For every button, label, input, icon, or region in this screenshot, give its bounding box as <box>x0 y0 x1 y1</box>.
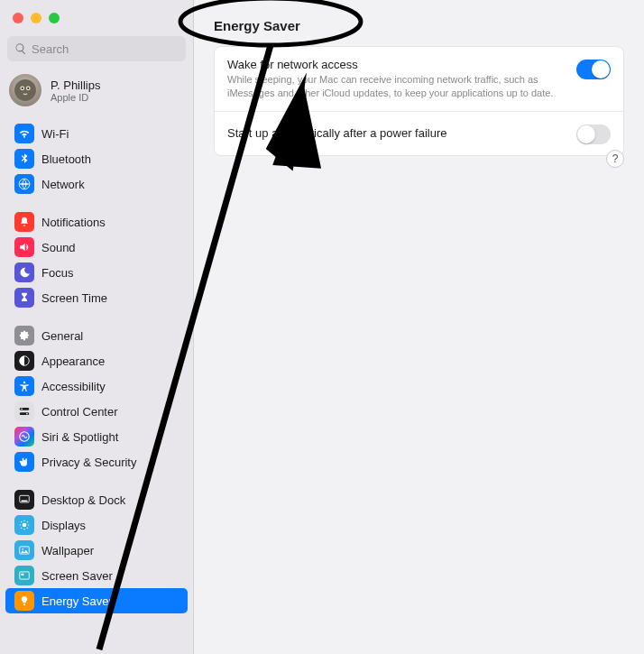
bulb-icon <box>14 591 34 611</box>
sidebar-item-screen-time[interactable]: Screen Time <box>5 285 188 310</box>
sidebar-item-label: Network <box>41 178 85 191</box>
bluetooth-icon <box>14 149 34 169</box>
sidebar-item-wallpaper[interactable]: Wallpaper <box>5 538 188 563</box>
page-title: Energy Saver <box>214 18 624 33</box>
svg-point-0 <box>14 79 36 101</box>
bell-icon <box>14 212 34 232</box>
sidebar-item-label: Notifications <box>41 216 106 229</box>
window-controls <box>0 0 193 31</box>
setting-title: Wake for network access <box>227 58 566 71</box>
sidebar-item-label: Energy Saver <box>41 594 113 608</box>
sidebar-item-displays[interactable]: Displays <box>5 512 188 538</box>
hourglass-icon <box>14 288 34 308</box>
setting-row: Start up automatically after a power fai… <box>215 112 623 155</box>
sidebar-item-screen-saver[interactable]: Screen Saver <box>5 563 188 588</box>
sidebar-nav: Wi-FiBluetoothNetworkNotificationsSoundF… <box>0 115 193 654</box>
fullscreen-window-button[interactable] <box>49 13 60 23</box>
sidebar-item-desktop-dock[interactable]: Desktop & Dock <box>5 487 188 512</box>
page-header: Energy Saver <box>194 0 644 46</box>
sidebar-item-label: Displays <box>41 519 86 532</box>
sidebar-item-notifications[interactable]: Notifications <box>5 209 188 235</box>
sidebar-item-label: Screen Time <box>41 291 107 305</box>
sidebar-item-label: Wallpaper <box>41 544 94 557</box>
sidebar-item-energy-saver[interactable]: Energy Saver <box>5 588 188 613</box>
toggle-switch[interactable] <box>576 124 611 144</box>
account-sub: Apple ID <box>51 92 100 103</box>
siri-icon <box>14 427 34 447</box>
sidebar-item-wi-fi[interactable]: Wi-Fi <box>5 121 188 146</box>
apple-id-account[interactable]: P. Phillips Apple ID <box>0 69 193 115</box>
sidebar-item-network[interactable]: Network <box>5 171 188 197</box>
avatar <box>9 74 41 106</box>
sound-icon <box>14 237 34 257</box>
sidebar-item-siri-spotlight[interactable]: Siri & Spotlight <box>5 424 188 449</box>
sidebar-item-label: Wi-Fi <box>41 127 69 141</box>
gear-icon <box>14 326 34 345</box>
main-content: Energy Saver Wake for network accessWhil… <box>194 0 644 654</box>
svg-point-3 <box>22 88 23 89</box>
sidebar-item-label: Accessibility <box>41 380 106 393</box>
sidebar-item-label: Control Center <box>41 405 118 419</box>
sidebar-item-sound[interactable]: Sound <box>5 235 188 260</box>
sidebar-item-appearance[interactable]: Appearance <box>5 348 188 373</box>
sidebar-item-label: General <box>41 329 83 343</box>
wifi-icon <box>14 124 34 143</box>
svg-point-4 <box>27 88 29 89</box>
sidebar-item-label: Siri & Spotlight <box>41 430 118 444</box>
sidebar-item-label: Focus <box>41 266 73 280</box>
setting-description: While sleeping, your Mac can receive inc… <box>227 73 566 100</box>
settings-panel: Wake for network accessWhile sleeping, y… <box>214 46 624 156</box>
screensaver-icon <box>14 566 34 585</box>
hand-icon <box>14 452 34 472</box>
sidebar-item-label: Bluetooth <box>41 152 91 166</box>
accessibility-icon <box>14 376 34 396</box>
displays-icon <box>14 515 34 535</box>
sidebar-item-bluetooth[interactable]: Bluetooth <box>5 146 188 171</box>
search-field[interactable] <box>7 36 186 61</box>
search-icon <box>14 42 27 55</box>
sidebar-item-label: Screen Saver <box>41 569 113 583</box>
sidebar-item-focus[interactable]: Focus <box>5 260 188 285</box>
network-icon <box>14 174 34 194</box>
setting-row: Wake for network accessWhile sleeping, y… <box>215 47 623 112</box>
appearance-icon <box>14 351 34 371</box>
sidebar-item-label: Appearance <box>41 355 105 368</box>
moon-icon <box>14 263 34 282</box>
toggle-switch[interactable] <box>576 60 611 79</box>
sidebar-item-general[interactable]: General <box>5 323 188 348</box>
sidebar-item-label: Sound <box>41 241 76 254</box>
sidebar-item-privacy-security[interactable]: Privacy & Security <box>5 449 188 474</box>
minimize-window-button[interactable] <box>31 13 41 23</box>
sidebar-item-accessibility[interactable]: Accessibility <box>5 373 188 399</box>
help-button[interactable]: ? <box>606 150 624 168</box>
sidebar-item-control-center[interactable]: Control Center <box>5 399 188 424</box>
dock-icon <box>14 490 34 510</box>
sidebar-item-label: Desktop & Dock <box>41 493 125 507</box>
search-input[interactable] <box>32 42 179 56</box>
account-name: P. Phillips <box>51 78 100 92</box>
sidebar: P. Phillips Apple ID Wi-FiBluetoothNetwo… <box>0 0 194 654</box>
switches-icon <box>14 401 34 421</box>
setting-title: Start up automatically after a power fai… <box>227 126 566 140</box>
sidebar-item-label: Privacy & Security <box>41 456 136 469</box>
close-window-button[interactable] <box>13 13 23 23</box>
wallpaper-icon <box>14 540 34 560</box>
